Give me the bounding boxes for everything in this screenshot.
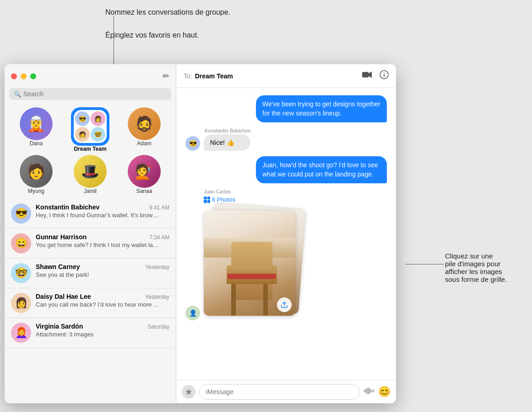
pinned-item-myung[interactable]: 🧑 Myung xyxy=(16,155,57,194)
sanaa-label: Sanaa xyxy=(136,188,152,194)
dana-avatar-circle: 🧝 xyxy=(20,107,53,140)
svg-rect-18 xyxy=(373,390,374,392)
app-store-button[interactable] xyxy=(182,385,195,399)
virginia-preview: Attachment: 3 Images xyxy=(36,331,159,338)
conversation-item-konstantin[interactable]: 😎 Konstantin Babichev 9:41 AM Hey, I thi… xyxy=(5,199,176,229)
virginia-header: Virginia Sardón Saturday xyxy=(36,323,169,330)
myung-avatar: 🧑 xyxy=(20,155,53,188)
message-bubble-out-2: Juan, how'd the shoot go? I'd love to se… xyxy=(256,156,387,183)
pinned-item-adam[interactable]: 🧔 Adam xyxy=(124,107,165,152)
gunnar-preview: You get home safe? I think I lost my wal… xyxy=(36,242,159,248)
app-window: ✏ 🔍 🧝 Dana 😎 xyxy=(5,64,396,403)
shawn-header: Shawn Carney Yesterday xyxy=(36,263,169,270)
daisy-content: Daisy Dal Hae Lee Yesterday Can you call… xyxy=(36,293,169,308)
conversation-item-daisy[interactable]: 👩 Daisy Dal Hae Lee Yesterday Can you ca… xyxy=(5,288,176,318)
photos-grid-icon xyxy=(204,197,210,203)
photos-section: 👤 Juan Carlos 6 Photos xyxy=(185,189,387,320)
pinned-item-dreamteam[interactable]: 😎 👩 🧑 🤓 Dream Team xyxy=(70,107,111,152)
konstantin-msg-content: Konstantin Babichev Nice! 👍 xyxy=(204,128,250,151)
svg-rect-12 xyxy=(365,389,366,393)
chat-header-icons xyxy=(362,70,389,82)
conversation-item-gunnar[interactable]: 😄 Gunnar Harrison 7:34 AM You get home s… xyxy=(5,229,176,258)
virginia-time: Saturday xyxy=(147,324,169,330)
shawn-content: Shawn Carney Yesterday See you at the pa… xyxy=(36,263,169,278)
pinned-item-dana[interactable]: 🧝 Dana xyxy=(16,107,57,152)
gunnar-name: Gunnar Harrison xyxy=(36,233,87,241)
search-input[interactable] xyxy=(23,90,167,98)
close-button[interactable] xyxy=(11,73,17,79)
daisy-name: Daisy Dal Hae Lee xyxy=(36,293,91,300)
gunnar-time: 7:34 AM xyxy=(149,234,169,241)
adam-avatar-circle: 🧔 xyxy=(128,107,161,140)
gunnar-content: Gunnar Harrison 7:34 AM You get home saf… xyxy=(36,233,169,248)
dana-avatar: 🧝 xyxy=(20,107,53,140)
dreamteam-label: Dream Team xyxy=(74,146,106,152)
jamil-avatar: 🎩 xyxy=(74,155,107,188)
pinned-row-1: 🧝 Dana 😎 👩 🧑 🤓 Dream Team xyxy=(9,107,171,152)
chat-messages: We've been trying to get designs togethe… xyxy=(176,88,396,380)
conversation-item-virginia[interactable]: 👩‍🦰 Virginia Sardón Saturday Attachment:… xyxy=(5,318,176,348)
daisy-header: Daisy Dal Hae Lee Yesterday xyxy=(36,293,169,300)
konstantin-preview: Hey, I think I found Gunnar's wallet. It… xyxy=(36,212,159,219)
chair-photo-bg xyxy=(204,210,295,316)
konstantin-msg-sender: Konstantin Babichev xyxy=(205,128,250,133)
dt-mini-2: 👩 xyxy=(91,111,105,126)
shawn-avatar: 🤓 xyxy=(11,263,31,283)
gunnar-header: Gunnar Harrison 7:34 AM xyxy=(36,233,169,241)
konstantin-msg-avatar: 😎 xyxy=(185,136,200,151)
daisy-time: Yesterday xyxy=(145,294,169,300)
adam-label: Adam xyxy=(137,140,151,147)
konstantin-content: Konstantin Babichev 9:41 AM Hey, I think… xyxy=(36,203,169,219)
message-input[interactable] xyxy=(199,384,360,400)
dt-mini-1: 😎 xyxy=(75,111,90,126)
video-call-icon[interactable] xyxy=(362,71,372,81)
share-button[interactable] xyxy=(277,297,292,312)
konstantin-avatar: 😎 xyxy=(11,203,31,224)
chat-area: To: Dream Team xyxy=(176,64,396,403)
message-in-konstantin: 😎 Konstantin Babichev Nice! 👍 xyxy=(185,128,250,151)
shawn-preview: See you at the park! xyxy=(36,271,159,278)
message-out-1: We've been trying to get designs togethe… xyxy=(185,95,387,122)
svg-rect-13 xyxy=(366,388,367,394)
message-out-2: Juan, how'd the shoot go? I'd love to se… xyxy=(185,156,387,183)
chair-leg-right xyxy=(263,284,268,316)
shawn-name: Shawn Carney xyxy=(36,263,80,270)
svg-rect-15 xyxy=(369,388,370,394)
photos-label: 6 Photos xyxy=(204,196,304,203)
pinned-row-2: 🧑 Myung 🎩 Jamil 💇 Sanaa xyxy=(9,155,171,194)
pinned-item-jamil[interactable]: 🎩 Jamil xyxy=(70,155,111,194)
dreamteam-selected-bg: 😎 👩 🧑 🤓 xyxy=(71,107,109,146)
audio-waveform-icon[interactable] xyxy=(364,387,375,397)
chat-header: To: Dream Team xyxy=(176,64,396,88)
pinned-item-sanaa[interactable]: 💇 Sanaa xyxy=(124,155,165,194)
conversation-item-shawn[interactable]: 🤓 Shawn Carney Yesterday See you at the … xyxy=(5,258,176,288)
chair-red-accent xyxy=(228,274,276,279)
photos-content: Juan Carlos 6 Photos xyxy=(204,189,304,320)
to-label: To: xyxy=(184,72,192,80)
dana-label: Dana xyxy=(30,140,43,147)
photo-stack[interactable] xyxy=(204,206,304,320)
maximize-button[interactable] xyxy=(30,73,36,79)
chat-input-bar: 😊 xyxy=(176,380,396,403)
konstantin-header: Konstantin Babichev 9:41 AM xyxy=(36,203,169,211)
svg-rect-17 xyxy=(372,390,373,392)
annotation-group-name: Nommez les conversations de groupe. xyxy=(105,8,230,16)
juancarlos-sender: Juan Carlos xyxy=(204,189,304,194)
conversation-list: 😎 Konstantin Babichev 9:41 AM Hey, I thi… xyxy=(5,199,176,403)
daisy-preview: Can you call me back? I'd love to hear m… xyxy=(36,301,159,308)
info-icon[interactable] xyxy=(380,70,389,82)
photo-card-front xyxy=(204,210,295,316)
konstantin-time: 9:41 AM xyxy=(149,204,169,211)
traffic-lights xyxy=(11,73,36,79)
svg-rect-0 xyxy=(362,72,369,77)
compose-button[interactable]: ✏ xyxy=(163,71,169,81)
dreamteam-avatar-grid: 😎 👩 🧑 🤓 xyxy=(74,110,107,143)
virginia-content: Virginia Sardón Saturday Attachment: 3 I… xyxy=(36,323,169,338)
konstantin-msg-bubble: Nice! 👍 xyxy=(204,134,250,151)
virginia-avatar: 👩‍🦰 xyxy=(11,323,31,343)
jamil-label: Jamil xyxy=(84,188,97,194)
message-bubble-out-1: We've been trying to get designs togethe… xyxy=(256,95,387,122)
emoji-button[interactable]: 😊 xyxy=(378,386,391,398)
sidebar: ✏ 🔍 🧝 Dana 😎 xyxy=(5,64,176,403)
minimize-button[interactable] xyxy=(21,73,27,79)
